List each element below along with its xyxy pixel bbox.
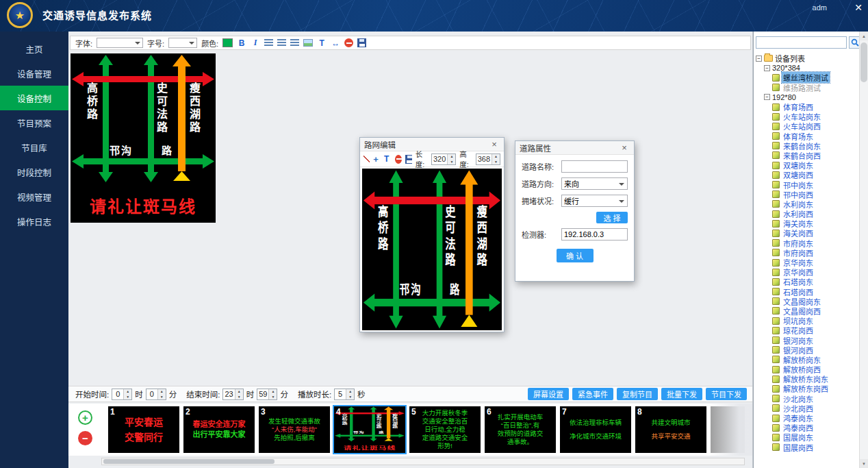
tree-device-item[interactable]: 双塘岗东 <box>754 160 859 170</box>
tree-device-item[interactable]: 文昌阁岗东 <box>754 297 859 306</box>
tree-device-item[interactable]: 解放桥岗西 <box>754 365 859 374</box>
tree-device-item[interactable]: 螺丝湾桥测试 <box>754 73 859 82</box>
end-minute-stepper[interactable]: 59 <box>257 389 277 400</box>
expander-icon[interactable] <box>764 65 770 71</box>
scroll-down-icon[interactable] <box>860 459 868 468</box>
road-editor-canvas[interactable]: 高桥路 史可法路 瘦西湖路 邗沟 路 <box>362 169 502 330</box>
tree-device-item[interactable]: 解放桥东岗西 <box>754 384 859 393</box>
tree-device-item[interactable]: 维扬路测试 <box>754 83 859 93</box>
screen-preview[interactable]: 高桥路 史可法路 瘦西湖路 邗沟 路 请礼让斑马线 <box>71 53 216 223</box>
program-tile-6[interactable]: 6 扎实开展电动车“百日整治”,有效预防的道路交通事故。 <box>485 406 556 453</box>
device-search-input[interactable] <box>756 36 847 49</box>
stepper-arrows-icon[interactable] <box>123 389 131 399</box>
tree-device-item[interactable]: 火车站岗东 <box>754 112 859 121</box>
sidebar-item[interactable]: 主页 <box>0 36 68 61</box>
road-direction-select[interactable]: 来向 <box>561 177 628 190</box>
tree-device-item[interactable]: 沙北岗西 <box>754 404 859 413</box>
tree-device-item[interactable]: 水利岗东 <box>754 199 859 209</box>
italic-button[interactable]: I <box>251 38 260 49</box>
tree-device-item[interactable]: 水利岗西 <box>754 209 859 219</box>
tree-device-item[interactable]: 坝坑岗东 <box>754 316 859 325</box>
font-size-select[interactable] <box>168 38 197 48</box>
save-icon[interactable] <box>357 38 366 47</box>
tree-device-item[interactable]: 银河岗西 <box>754 345 859 355</box>
scrollbar-thumb[interactable] <box>860 42 867 82</box>
stepper-arrows-icon[interactable] <box>346 389 354 399</box>
delete-icon[interactable] <box>395 155 402 164</box>
tree-device-item[interactable]: 来鹤台岗东 <box>754 141 859 151</box>
end-hour-stepper[interactable]: 23 <box>222 389 243 400</box>
stepper-arrows-icon[interactable] <box>268 389 277 399</box>
tree-device-item[interactable]: 鸿泰岗东 <box>754 413 859 423</box>
tree-device-item[interactable]: 国展岗东 <box>754 432 859 442</box>
program-tile-3[interactable]: 3 发生轻微交通事故“人未伤,车能动”先拍照,后撤离 <box>259 406 330 453</box>
sidebar-item[interactable]: 操作日志 <box>0 209 68 234</box>
text-tool-button[interactable]: T <box>382 153 392 164</box>
tree-device-item[interactable]: 解放桥岗东 <box>754 355 859 365</box>
tree-device-item[interactable]: 市府岗东 <box>754 238 859 248</box>
tree-device-item[interactable]: 国展岗西 <box>754 443 859 452</box>
sidebar-item[interactable]: 设备控制 <box>0 86 68 110</box>
align-center-icon[interactable] <box>277 39 286 47</box>
tree-device-item[interactable]: 京华岗东 <box>754 258 859 267</box>
tree-device-item[interactable]: 京华岗西 <box>754 267 859 277</box>
tree-device-item[interactable]: 琼花岗西 <box>754 325 859 335</box>
tree-device-item[interactable]: 沙北岗东 <box>754 394 859 404</box>
save-icon[interactable] <box>405 155 412 164</box>
program-tile-4-selected[interactable]: 4 <box>334 406 405 453</box>
sidebar-item[interactable]: 视频管理 <box>0 184 68 209</box>
program-tile-7[interactable]: 7 依法治理非标车辆净化城市交通环境 <box>560 406 631 453</box>
scrollbar-thumb[interactable] <box>103 459 275 464</box>
timebar-button[interactable]: 复制节目 <box>617 388 658 400</box>
window-close-button[interactable] <box>854 2 863 13</box>
length-stepper[interactable]: 320 <box>431 153 456 165</box>
tree-root-device-list[interactable]: 设备列表 <box>754 53 859 63</box>
add-program-button[interactable] <box>78 410 92 425</box>
timebar-button[interactable]: 紧急事件 <box>572 388 613 400</box>
height-stepper[interactable]: 368 <box>476 153 500 165</box>
horizontal-scrollbar[interactable] <box>101 458 745 465</box>
stepper-arrows-icon[interactable] <box>492 154 500 164</box>
image-icon[interactable] <box>303 39 313 47</box>
tree-device-item[interactable]: 银河岗东 <box>754 335 859 345</box>
sidebar-item[interactable]: 节目库 <box>0 135 68 160</box>
start-hour-stepper[interactable]: 0 <box>112 389 132 400</box>
sidebar-item[interactable]: 设备管理 <box>0 61 68 86</box>
tree-device-item[interactable]: 体育场东 <box>754 132 859 141</box>
expander-icon[interactable] <box>764 94 770 100</box>
align-right-icon[interactable] <box>290 39 299 47</box>
timebar-button[interactable]: 屏幕设置 <box>528 388 569 400</box>
expander-icon[interactable] <box>756 56 762 62</box>
draw-road-icon[interactable] <box>363 155 370 163</box>
road-name-input[interactable] <box>561 160 628 173</box>
sidebar-item[interactable]: 节目预案 <box>0 110 68 135</box>
scroll-up-icon[interactable] <box>860 32 868 40</box>
stepper-arrows-icon[interactable] <box>157 389 166 399</box>
tree-device-item[interactable]: 邗中岗西 <box>754 190 859 199</box>
tree-device-item[interactable]: 鸿泰岗西 <box>754 423 859 432</box>
close-icon[interactable] <box>489 139 500 149</box>
tree-group-192x80[interactable]: 192*80 <box>754 93 859 102</box>
close-icon[interactable] <box>619 143 630 153</box>
text-tool-button[interactable]: T <box>317 38 327 49</box>
tree-device-item[interactable]: 火车站岗西 <box>754 121 859 131</box>
program-tile-8[interactable]: 8 共建文明城市共享平安交通 <box>635 406 706 453</box>
delete-icon[interactable] <box>344 38 353 47</box>
color-swatch[interactable] <box>222 38 233 47</box>
detector-input[interactable] <box>561 228 628 241</box>
congestion-select[interactable]: 缓行 <box>561 195 628 207</box>
tree-device-item[interactable]: 市府岗西 <box>754 248 859 258</box>
font-family-select[interactable] <box>97 38 143 48</box>
remove-program-button[interactable] <box>78 431 92 445</box>
program-tile-5[interactable]: 5 大力开展秋冬季交通安全整治百日行动,全力稳定道路交通安全形势! <box>409 406 481 453</box>
timebar-button[interactable]: 节目下发 <box>706 388 747 400</box>
tree-group-320x384[interactable]: 320*384 <box>754 63 859 73</box>
tree-device-item[interactable]: 解放桥东岗东 <box>754 374 859 384</box>
select-button[interactable]: 选 择 <box>596 212 628 223</box>
sidebar-item[interactable]: 时段控制 <box>0 160 68 184</box>
duration-stepper[interactable]: 5 <box>334 389 355 400</box>
tree-device-item[interactable]: 邗中岗东 <box>754 180 859 189</box>
tree-device-item[interactable]: 海关岗东 <box>754 219 859 228</box>
letter-spacing-icon[interactable] <box>331 38 340 49</box>
align-left-icon[interactable] <box>264 39 273 47</box>
